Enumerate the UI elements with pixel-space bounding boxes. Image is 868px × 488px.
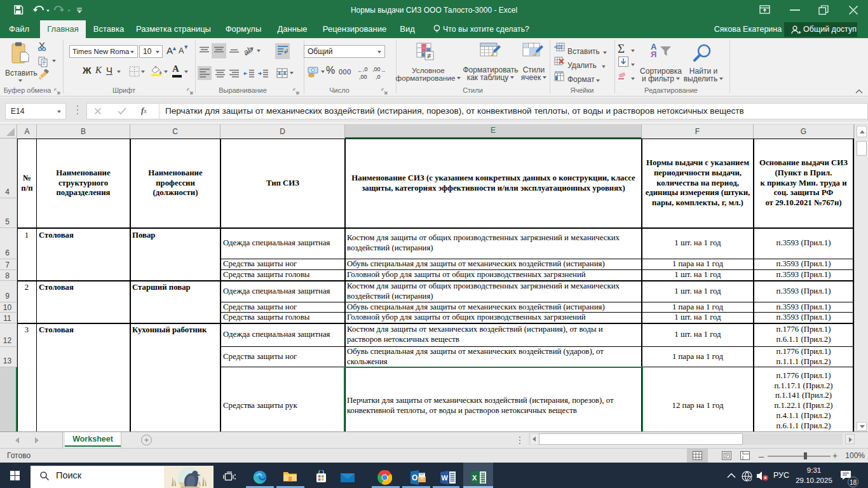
svg-text:ab: ab (243, 44, 254, 57)
svg-text:X: X (472, 474, 477, 482)
svg-text:W: W (442, 474, 449, 482)
svg-text:≠: ≠ (427, 51, 431, 60)
svg-text:O: O (412, 473, 417, 482)
